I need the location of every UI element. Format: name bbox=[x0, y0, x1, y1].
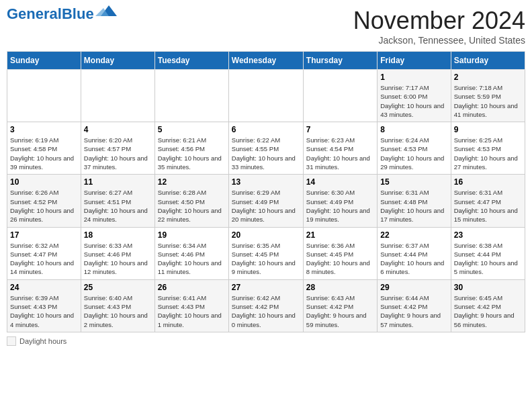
day-cell-27: 27Sunrise: 6:42 AM Sunset: 4:42 PM Dayli… bbox=[228, 279, 303, 332]
day-info: Sunrise: 6:27 AM Sunset: 4:51 PM Dayligh… bbox=[84, 188, 152, 224]
col-header-tuesday: Tuesday bbox=[154, 52, 228, 70]
day-cell-21: 21Sunrise: 6:36 AM Sunset: 4:45 PM Dayli… bbox=[303, 227, 377, 279]
col-header-thursday: Thursday bbox=[303, 52, 377, 70]
day-number: 8 bbox=[380, 125, 447, 134]
day-info: Sunrise: 6:41 AM Sunset: 4:43 PM Dayligh… bbox=[158, 293, 226, 329]
day-number: 23 bbox=[454, 230, 522, 240]
day-number: 3 bbox=[10, 125, 78, 134]
day-number: 7 bbox=[306, 125, 374, 134]
empty-cell bbox=[154, 70, 228, 122]
col-header-sunday: Sunday bbox=[7, 52, 81, 70]
day-info: Sunrise: 6:33 AM Sunset: 4:46 PM Dayligh… bbox=[84, 241, 152, 277]
day-cell-4: 4Sunrise: 6:20 AM Sunset: 4:57 PM Daylig… bbox=[81, 122, 154, 175]
day-number: 11 bbox=[84, 177, 152, 187]
week-row-5: 24Sunrise: 6:39 AM Sunset: 4:43 PM Dayli… bbox=[7, 279, 525, 332]
day-cell-12: 12Sunrise: 6:28 AM Sunset: 4:50 PM Dayli… bbox=[154, 175, 228, 227]
day-cell-30: 30Sunrise: 6:45 AM Sunset: 4:42 PM Dayli… bbox=[451, 279, 525, 332]
page-header: GeneralBlue November 2024 Jackson, Tenne… bbox=[7, 7, 525, 46]
col-header-monday: Monday bbox=[81, 52, 154, 70]
day-cell-28: 28Sunrise: 6:43 AM Sunset: 4:42 PM Dayli… bbox=[303, 279, 377, 332]
day-cell-17: 17Sunrise: 6:32 AM Sunset: 4:47 PM Dayli… bbox=[7, 227, 81, 279]
day-number: 9 bbox=[454, 125, 522, 134]
calendar-header: SundayMondayTuesdayWednesdayThursdayFrid… bbox=[7, 52, 525, 70]
calendar-table: SundayMondayTuesdayWednesdayThursdayFrid… bbox=[7, 51, 525, 332]
day-number: 5 bbox=[158, 125, 226, 134]
day-cell-29: 29Sunrise: 6:44 AM Sunset: 4:42 PM Dayli… bbox=[378, 279, 451, 332]
legend: Daylight hours bbox=[7, 336, 525, 346]
day-info: Sunrise: 6:21 AM Sunset: 4:56 PM Dayligh… bbox=[158, 136, 226, 171]
day-number: 29 bbox=[380, 283, 447, 292]
col-header-saturday: Saturday bbox=[451, 52, 525, 70]
day-number: 20 bbox=[232, 230, 300, 240]
day-cell-22: 22Sunrise: 6:37 AM Sunset: 4:44 PM Dayli… bbox=[378, 227, 451, 279]
day-info: Sunrise: 6:23 AM Sunset: 4:54 PM Dayligh… bbox=[306, 136, 374, 171]
day-info: Sunrise: 6:31 AM Sunset: 4:47 PM Dayligh… bbox=[454, 188, 522, 224]
day-info: Sunrise: 6:36 AM Sunset: 4:45 PM Dayligh… bbox=[306, 241, 374, 277]
day-cell-1: 1Sunrise: 7:17 AM Sunset: 6:00 PM Daylig… bbox=[378, 70, 451, 122]
day-number: 24 bbox=[10, 283, 78, 292]
day-info: Sunrise: 6:43 AM Sunset: 4:42 PM Dayligh… bbox=[306, 293, 374, 329]
day-info: Sunrise: 6:40 AM Sunset: 4:43 PM Dayligh… bbox=[84, 293, 152, 329]
day-number: 27 bbox=[232, 283, 300, 292]
day-cell-25: 25Sunrise: 6:40 AM Sunset: 4:43 PM Dayli… bbox=[81, 279, 154, 332]
day-cell-23: 23Sunrise: 6:38 AM Sunset: 4:44 PM Dayli… bbox=[451, 227, 525, 279]
legend-box bbox=[7, 336, 16, 346]
day-cell-6: 6Sunrise: 6:22 AM Sunset: 4:55 PM Daylig… bbox=[228, 122, 303, 175]
day-cell-11: 11Sunrise: 6:27 AM Sunset: 4:51 PM Dayli… bbox=[81, 175, 154, 227]
day-cell-14: 14Sunrise: 6:30 AM Sunset: 4:49 PM Dayli… bbox=[303, 175, 377, 227]
day-info: Sunrise: 7:17 AM Sunset: 6:00 PM Dayligh… bbox=[380, 83, 447, 119]
day-info: Sunrise: 6:19 AM Sunset: 4:58 PM Dayligh… bbox=[10, 136, 78, 171]
logo-blue: Blue bbox=[62, 5, 94, 22]
day-cell-20: 20Sunrise: 6:35 AM Sunset: 4:45 PM Dayli… bbox=[228, 227, 303, 279]
day-cell-10: 10Sunrise: 6:26 AM Sunset: 4:52 PM Dayli… bbox=[7, 175, 81, 227]
day-cell-13: 13Sunrise: 6:29 AM Sunset: 4:49 PM Dayli… bbox=[228, 175, 303, 227]
col-header-friday: Friday bbox=[378, 52, 451, 70]
day-number: 1 bbox=[380, 73, 447, 82]
day-info: Sunrise: 6:44 AM Sunset: 4:42 PM Dayligh… bbox=[380, 293, 447, 329]
week-row-3: 10Sunrise: 6:26 AM Sunset: 4:52 PM Dayli… bbox=[7, 175, 525, 227]
day-info: Sunrise: 6:29 AM Sunset: 4:49 PM Dayligh… bbox=[232, 188, 300, 224]
day-info: Sunrise: 6:24 AM Sunset: 4:53 PM Dayligh… bbox=[380, 136, 447, 171]
day-number: 17 bbox=[10, 230, 78, 240]
day-number: 16 bbox=[454, 177, 522, 187]
day-number: 21 bbox=[306, 230, 374, 240]
day-cell-15: 15Sunrise: 6:31 AM Sunset: 4:48 PM Dayli… bbox=[378, 175, 451, 227]
day-number: 25 bbox=[84, 283, 152, 292]
day-number: 30 bbox=[454, 283, 522, 292]
day-info: Sunrise: 6:45 AM Sunset: 4:42 PM Dayligh… bbox=[454, 293, 522, 329]
title-section: November 2024 Jackson, Tennessee, United… bbox=[353, 7, 525, 46]
day-number: 14 bbox=[306, 177, 374, 187]
legend-label: Daylight hours bbox=[19, 337, 66, 345]
empty-cell bbox=[228, 70, 303, 122]
day-info: Sunrise: 6:31 AM Sunset: 4:48 PM Dayligh… bbox=[380, 188, 447, 224]
logo-text: GeneralBlue bbox=[7, 7, 94, 21]
day-number: 28 bbox=[306, 283, 374, 292]
day-info: Sunrise: 6:32 AM Sunset: 4:47 PM Dayligh… bbox=[10, 241, 78, 277]
day-info: Sunrise: 6:34 AM Sunset: 4:46 PM Dayligh… bbox=[158, 241, 226, 277]
day-number: 13 bbox=[232, 177, 300, 187]
day-info: Sunrise: 6:42 AM Sunset: 4:42 PM Dayligh… bbox=[232, 293, 300, 329]
day-number: 15 bbox=[380, 177, 447, 187]
day-cell-24: 24Sunrise: 6:39 AM Sunset: 4:43 PM Dayli… bbox=[7, 279, 81, 332]
day-number: 18 bbox=[84, 230, 152, 240]
day-number: 4 bbox=[84, 125, 152, 134]
header-row: SundayMondayTuesdayWednesdayThursdayFrid… bbox=[7, 52, 525, 70]
day-cell-16: 16Sunrise: 6:31 AM Sunset: 4:47 PM Dayli… bbox=[451, 175, 525, 227]
day-info: Sunrise: 6:35 AM Sunset: 4:45 PM Dayligh… bbox=[232, 241, 300, 277]
day-number: 26 bbox=[158, 283, 226, 292]
day-info: Sunrise: 6:26 AM Sunset: 4:52 PM Dayligh… bbox=[10, 188, 78, 224]
day-info: Sunrise: 6:39 AM Sunset: 4:43 PM Dayligh… bbox=[10, 293, 78, 329]
day-number: 12 bbox=[158, 177, 226, 187]
week-row-4: 17Sunrise: 6:32 AM Sunset: 4:47 PM Dayli… bbox=[7, 227, 525, 279]
col-header-wednesday: Wednesday bbox=[228, 52, 303, 70]
calendar-body: 1Sunrise: 7:17 AM Sunset: 6:00 PM Daylig… bbox=[7, 70, 525, 332]
day-info: Sunrise: 6:28 AM Sunset: 4:50 PM Dayligh… bbox=[158, 188, 226, 224]
day-cell-18: 18Sunrise: 6:33 AM Sunset: 4:46 PM Dayli… bbox=[81, 227, 154, 279]
empty-cell bbox=[303, 70, 377, 122]
week-row-1: 1Sunrise: 7:17 AM Sunset: 6:00 PM Daylig… bbox=[7, 70, 525, 122]
day-number: 6 bbox=[232, 125, 300, 134]
day-cell-3: 3Sunrise: 6:19 AM Sunset: 4:58 PM Daylig… bbox=[7, 122, 81, 175]
day-info: Sunrise: 6:25 AM Sunset: 4:53 PM Dayligh… bbox=[454, 136, 522, 171]
day-info: Sunrise: 6:20 AM Sunset: 4:57 PM Dayligh… bbox=[84, 136, 152, 171]
week-row-2: 3Sunrise: 6:19 AM Sunset: 4:58 PM Daylig… bbox=[7, 122, 525, 175]
